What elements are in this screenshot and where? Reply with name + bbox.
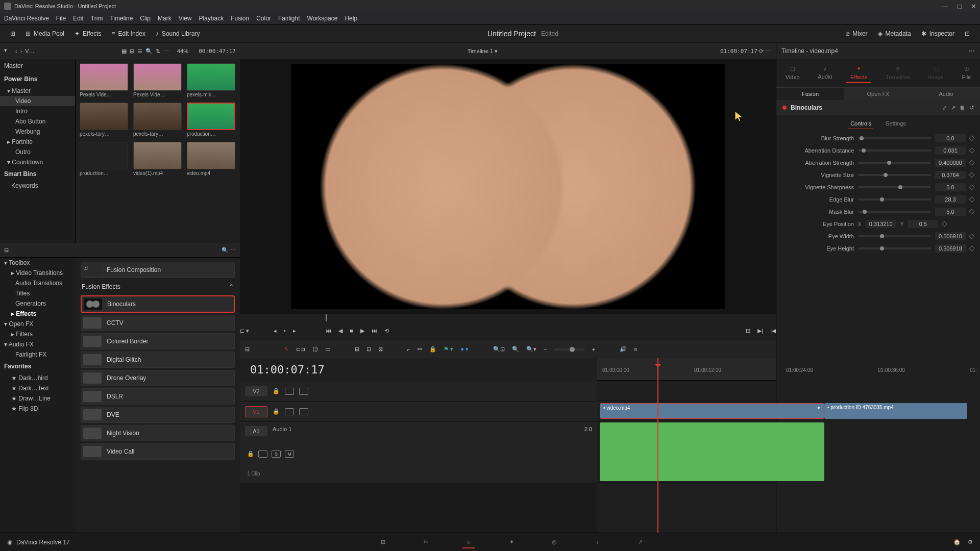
fx-dve[interactable]: DVE [81,407,235,423]
menu-clip[interactable]: Clip [140,15,151,22]
replace-icon[interactable]: ⊠ [378,346,383,353]
lock-track-icon[interactable]: 🔒 [273,408,280,415]
media-clip[interactable]: video.mp4 [187,142,235,176]
keyframe-icon[interactable] [969,209,974,214]
fx-search-icon[interactable]: 🔍 [222,247,229,253]
media-clip[interactable]: pexels-mik… [187,63,235,97]
keyframe-icon[interactable] [969,233,974,239]
last-frame-icon[interactable]: ⏭ [372,328,377,334]
fusion-effects-header[interactable]: Fusion Effects [82,283,120,290]
breadcrumb[interactable]: V… [25,48,34,54]
marker-icon[interactable]: ● ▾ [460,346,469,353]
auto-select-icon[interactable] [285,408,294,415]
solo-icon[interactable]: S [272,450,281,458]
prev-edit-icon[interactable]: ◂ [274,328,277,334]
sort-icon[interactable]: ⇅ [156,48,160,55]
menu-timeline[interactable]: Timeline [110,15,133,22]
home-icon[interactable]: 🏠 [953,539,961,545]
fx-digital-glitch[interactable]: Digital Glitch [81,352,235,368]
menu-view[interactable]: View [179,15,192,22]
prev-frame-icon[interactable]: • [284,328,286,334]
inspector-more-icon[interactable]: ⋯ [969,47,975,55]
blade-tool-icon[interactable]: ▭ [325,346,330,353]
keyframe-icon[interactable] [969,160,974,165]
track-a1[interactable] [597,421,776,483]
fx-enable-toggle[interactable] [782,106,787,110]
timeline-view-icon[interactable]: ⊟ [245,346,250,353]
media-clip[interactable]: Pexels Vide… [80,63,128,97]
page-cut[interactable]: ✄ [420,536,432,548]
menu-playback[interactable]: Playback [199,15,224,22]
panel-toggle-icon[interactable]: ⊟ [4,247,9,254]
auto-select-audio-icon[interactable] [258,450,267,458]
next-clip-icon[interactable]: ▶| [757,328,763,334]
param-slider[interactable] [858,149,931,152]
param-slider[interactable] [858,137,931,139]
zoom-detail-icon[interactable]: 🔍 [512,346,519,353]
track-v2[interactable] [597,381,776,401]
fusion-composition-item[interactable]: ⊡ Fusion Composition [81,262,235,278]
bin-keywords[interactable]: Keywords [0,181,75,191]
match-frame-icon[interactable]: ⊡ [746,328,750,334]
fx-audio-transitions[interactable]: Audio Transitions [0,278,76,288]
fx-generators[interactable]: Generators [0,298,76,309]
maximize-icon[interactable]: ▢ [957,3,962,10]
menu-trim[interactable]: Trim [91,15,103,22]
fav-1[interactable]: ★ Dark…hird [0,373,76,383]
fav-3[interactable]: ★ Draw…Line [0,393,76,404]
fx-cctv[interactable]: CCTV [81,315,235,331]
layout-icon[interactable]: ⊞ [5,28,20,39]
nav-back-icon[interactable]: ‹ [15,48,17,54]
audio-icon[interactable]: 🔊 [620,346,627,353]
tab-effects[interactable]: ✦Effects [846,63,871,83]
media-clip[interactable]: pexels-tary… [133,103,182,137]
smart-bins-header[interactable]: Smart Bins [0,167,75,181]
bin-video[interactable]: Video [0,96,75,106]
video-clip-1[interactable]: • video.mp4✦ [600,403,824,419]
favorites-header[interactable]: Favorites [0,360,76,373]
play-reverse-icon[interactable]: ◀ [338,328,342,334]
zoom-slider[interactable] [554,348,585,350]
fx-effects[interactable]: ▸ Effects [0,309,76,319]
next-edit-icon[interactable]: ▸ [293,328,296,334]
subtab-audio[interactable]: Audio [912,88,980,100]
mixer-button[interactable]: ⎚ Mixer [841,28,872,39]
param-slider[interactable] [858,186,931,188]
flag-icon[interactable]: ⚑ ▾ [444,346,453,353]
menu-edit[interactable]: Edit [73,15,84,22]
lock-audio-icon[interactable]: 🔒 [247,450,254,458]
audiofx-header[interactable]: ▾ Audio FX [0,339,76,349]
video-clip-2[interactable]: • production ID 4763035.mp4 [824,403,967,419]
fx-colored-border[interactable]: Colored Border [81,333,235,349]
toolbox-header[interactable]: ▾ Toolbox [0,258,76,268]
fx-filters[interactable]: ▸ Filters [0,329,76,339]
fx-open-icon[interactable]: ↗ [951,105,955,111]
trim-tool-icon[interactable]: ⊏⊐ [296,346,305,353]
bin-countdown[interactable]: ▾ Countdown [0,157,75,167]
settings-icon[interactable]: ⚙ [968,539,973,545]
audio-clip-1[interactable] [600,422,824,481]
close-icon[interactable]: ✕ [971,3,976,10]
scrub-marker[interactable] [326,314,327,321]
viewer-more-icon[interactable]: ⋯ [765,48,771,54]
track-v2-header[interactable]: V2 🔒 [240,381,597,402]
fx-more-icon[interactable]: ⋯ [230,247,236,253]
stop-icon[interactable]: ■ [350,328,353,334]
keyframe-icon[interactable] [969,245,974,251]
zoom-custom-icon[interactable]: 🔍▾ [526,346,536,353]
fav-4[interactable]: ★ Flip 3D [0,404,76,414]
video-enable-icon[interactable] [299,408,308,415]
fx-video-call[interactable]: Video Call [81,443,235,460]
first-frame-icon[interactable]: ⏮ [326,328,331,334]
fx-dslr[interactable]: DSLR [81,388,235,405]
master-bin[interactable]: Master [0,59,75,72]
panel-icon[interactable]: ⊡ [960,28,975,39]
param-slider[interactable] [858,198,931,201]
settings-tab[interactable]: Settings [884,118,908,129]
fx-reset-icon[interactable]: ↺ [969,105,974,111]
insert-icon[interactable]: ⊞ [355,346,359,353]
lock-icon[interactable]: 🔒 [429,346,436,353]
auto-select-icon[interactable] [285,388,294,395]
fx-night-vision[interactable]: Night Vision [81,425,235,441]
metadata-button[interactable]: ◈ Metadata [873,28,916,39]
